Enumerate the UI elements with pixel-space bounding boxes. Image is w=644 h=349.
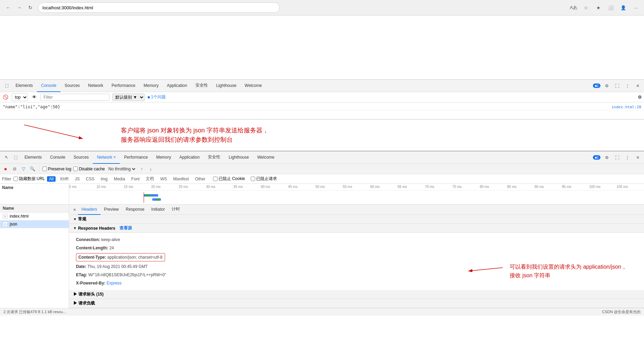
filter-toggle[interactable]: ▽: [20, 166, 27, 172]
hide-data-url-label: 隐藏数据 URL: [19, 176, 45, 182]
hide-data-url-checkbox[interactable]: 隐藏数据 URL: [13, 176, 45, 182]
tab-network-2[interactable]: Network ×: [93, 151, 120, 164]
details-tab-timing[interactable]: 计时: [168, 205, 183, 215]
details-tab-response[interactable]: Response: [122, 205, 148, 215]
dock-icon-1[interactable]: ⛶: [613, 82, 621, 90]
console-link[interactable]: index.html:28: [612, 105, 641, 109]
download-icon[interactable]: ↓: [147, 166, 154, 172]
blocked-cookie-checkbox[interactable]: 已阻止 Cookie: [213, 176, 245, 182]
refresh-button[interactable]: ↻: [26, 3, 35, 12]
list-item-json[interactable]: □ json: [0, 220, 69, 228]
filter-css[interactable]: CSS: [84, 176, 97, 182]
console-filter-input[interactable]: [40, 94, 109, 101]
list-item-index[interactable]: □ index.html: [0, 212, 69, 220]
translate-icon[interactable]: Aあ: [569, 3, 578, 12]
tab-application-2[interactable]: Application: [175, 151, 204, 164]
more-icon-2[interactable]: ⋮: [623, 153, 632, 162]
dock-icon-2[interactable]: ⛶: [613, 153, 621, 162]
response-headers-section-header[interactable]: ▼ Response Headers 查看源: [69, 224, 644, 233]
details-tab-initiator[interactable]: Initiator: [148, 205, 168, 215]
close-icon-1[interactable]: ✕: [634, 82, 642, 90]
tab-welcome-2[interactable]: Welcome: [253, 151, 279, 164]
filter-all[interactable]: All: [47, 176, 56, 182]
tab-elements-2[interactable]: Elements: [20, 151, 46, 164]
disable-cache-input[interactable]: [73, 167, 78, 171]
tab-console-2[interactable]: Console: [46, 151, 69, 164]
tab-security-2[interactable]: 安全性: [204, 151, 224, 164]
item-name-index: index.html: [10, 214, 29, 219]
tab-lighthouse-2[interactable]: Lighthouse: [224, 151, 253, 164]
details-tab-headers[interactable]: Headers: [78, 205, 100, 215]
issues-badge[interactable]: ■ 1个问题: [147, 94, 166, 100]
preserve-log-input[interactable]: [42, 167, 47, 171]
blocked-cookie-input[interactable]: [213, 177, 218, 181]
hide-data-url-input[interactable]: [13, 177, 18, 181]
filter-manifest[interactable]: Manifest: [171, 176, 191, 182]
main-container: ← → ↻ localhost:3000/index.html Aあ ☆ ★ ⬜…: [0, 0, 644, 316]
blocked-request-input[interactable]: [251, 177, 255, 181]
back-button[interactable]: ←: [3, 3, 13, 12]
headers-content: ▼ 常规 ▼ Response Headers 查看源 Connection:: [69, 215, 644, 308]
throttle-select[interactable]: No throttling: [107, 166, 136, 172]
eye-icon[interactable]: 👁: [31, 94, 38, 101]
level-select[interactable]: 默认级别 ▼: [112, 93, 145, 101]
address-bar[interactable]: localhost:3000/index.html: [38, 2, 280, 13]
star-icon[interactable]: ★: [594, 3, 603, 12]
tab-lighthouse-1[interactable]: Lighthouse: [212, 80, 241, 92]
browser-icons: Aあ ☆ ★ ⬜ 👤 ···: [569, 3, 641, 12]
general-section-header[interactable]: ▼ 常规: [69, 215, 644, 224]
console-settings-icon[interactable]: ⚙: [638, 94, 642, 100]
settings-icon-1[interactable]: ⚙: [603, 82, 611, 90]
filter-media[interactable]: Media: [112, 176, 127, 182]
extensions-icon[interactable]: ⬜: [606, 3, 616, 12]
timeline-bar-4: [156, 198, 160, 201]
filter-img[interactable]: Img: [98, 176, 109, 182]
filter-js[interactable]: JS: [73, 176, 82, 182]
tab-security-1[interactable]: 安全性: [191, 80, 212, 92]
tab-sources-2[interactable]: Sources: [69, 151, 93, 164]
filter-other[interactable]: Other: [193, 176, 208, 182]
filter-ws[interactable]: WS: [158, 176, 169, 182]
blocked-request-checkbox[interactable]: 已阻止请求: [251, 176, 277, 182]
close-icon-2[interactable]: ✕: [634, 153, 642, 162]
context-select[interactable]: top: [12, 93, 28, 101]
filter-doc[interactable]: 文档: [144, 176, 156, 182]
filter-xhr[interactable]: XHR: [58, 176, 70, 182]
details-tab-preview[interactable]: Preview: [100, 205, 122, 215]
tab-pointer-icon[interactable]: ↖: [2, 151, 11, 164]
record-button[interactable]: ●: [2, 166, 9, 172]
tab-console[interactable]: Console: [37, 80, 60, 92]
preserve-log-checkbox[interactable]: Preserve log: [42, 167, 71, 171]
more-icon-1[interactable]: ⋮: [623, 82, 632, 90]
disable-cache-checkbox[interactable]: Disable cache: [73, 167, 105, 171]
view-source-link[interactable]: 查看源: [119, 225, 132, 231]
forward-button[interactable]: →: [15, 3, 24, 12]
devtools-tab-icons-2: ■1 ⚙ ⛶ ⋮ ✕: [593, 153, 642, 162]
favorites-icon[interactable]: ☆: [581, 3, 591, 12]
tab-memory-1[interactable]: Memory: [140, 80, 163, 92]
profile-icon[interactable]: 👤: [618, 3, 628, 12]
annotation-arrow-1: [21, 120, 90, 144]
close-details-button[interactable]: ×: [71, 206, 78, 213]
clear-button[interactable]: ⊘: [11, 166, 18, 172]
ban-icon[interactable]: 🚫: [2, 94, 9, 101]
menu-icon[interactable]: ···: [631, 3, 641, 12]
header-etag-name: ETag:: [76, 272, 87, 277]
timeline-marker: [144, 192, 144, 203]
tab-network-1[interactable]: Network: [84, 80, 107, 92]
tab-application-1[interactable]: Application: [163, 80, 191, 92]
tab-performance-1[interactable]: Performance: [107, 80, 140, 92]
tab-elements[interactable]: Elements: [11, 80, 37, 92]
settings-icon-2[interactable]: ⚙: [603, 153, 611, 162]
tab-inspect-icon[interactable]: ⬚: [2, 80, 11, 92]
request-params-section-header[interactable]: ▶ 请求负载: [69, 299, 644, 308]
tab-dock-icon2[interactable]: ⬚: [11, 151, 20, 164]
tab-sources[interactable]: Sources: [60, 80, 84, 92]
tab-memory-2[interactable]: Memory: [152, 151, 175, 164]
search-button[interactable]: 🔍: [29, 166, 36, 172]
upload-icon[interactable]: ↑: [138, 166, 145, 172]
request-headers-section-header[interactable]: ▶ 请求标头 (15): [69, 290, 644, 299]
tab-welcome-1[interactable]: Welcome: [241, 80, 266, 92]
tab-performance-2[interactable]: Performance: [120, 151, 152, 164]
filter-font[interactable]: Font: [129, 176, 142, 182]
